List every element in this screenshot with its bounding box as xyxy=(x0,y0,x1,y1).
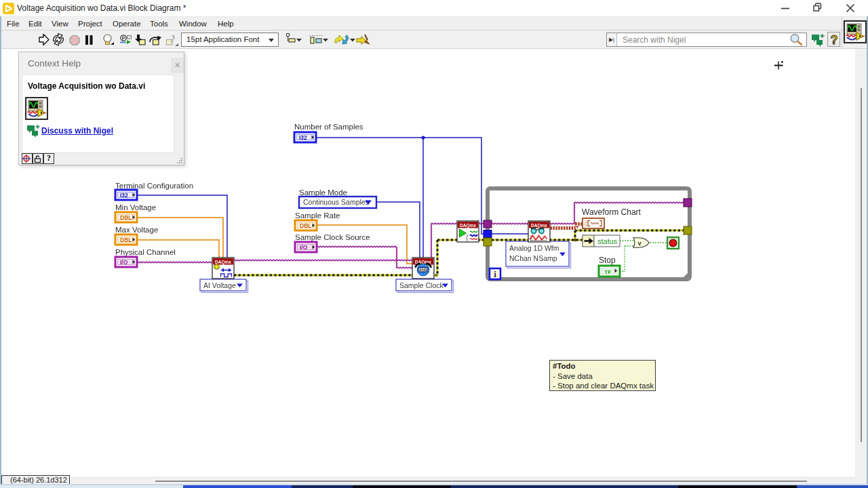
svg-text:DBL: DBL xyxy=(120,214,132,221)
svg-text:DAQmx: DAQmx xyxy=(460,223,476,228)
svg-text:I32: I32 xyxy=(120,192,128,199)
svg-text:DAQmx: DAQmx xyxy=(415,260,431,265)
svg-text:status: status xyxy=(597,237,618,245)
svg-text:DBL: DBL xyxy=(300,222,311,229)
svg-text:Sample Clock: Sample Clock xyxy=(399,281,444,289)
svg-text:Physical Channel: Physical Channel xyxy=(115,248,176,256)
svg-text:NChan NSamp: NChan NSamp xyxy=(509,254,557,262)
svg-text:AI Voltage: AI Voltage xyxy=(203,281,236,289)
svg-text:Number of Samples: Number of Samples xyxy=(294,123,363,131)
svg-text:Sample Rate: Sample Rate xyxy=(295,211,340,220)
svg-text:I/O: I/O xyxy=(120,259,128,266)
svg-text:Waveform Chart: Waveform Chart xyxy=(582,207,642,217)
svg-text:DAQmx: DAQmx xyxy=(531,223,547,228)
svg-text:{: { xyxy=(466,233,469,243)
svg-text:Max Voltage: Max Voltage xyxy=(115,226,158,234)
svg-text:Sample Mode: Sample Mode xyxy=(299,188,347,197)
svg-text:Analog 1D Wfm: Analog 1D Wfm xyxy=(509,244,559,252)
svg-text:DBL: DBL xyxy=(120,237,132,243)
svg-text:i: i xyxy=(494,270,497,279)
svg-text:v: v xyxy=(638,239,642,247)
svg-text:I32: I32 xyxy=(299,134,307,141)
svg-text:Continuous Samples: Continuous Samples xyxy=(303,198,369,206)
svg-text:DAQmx: DAQmx xyxy=(215,260,231,265)
svg-text:Sample Clock Source: Sample Clock Source xyxy=(295,233,370,241)
svg-text:Min Voltage: Min Voltage xyxy=(115,203,156,211)
svg-text:Stop: Stop xyxy=(599,256,616,265)
svg-text:Terminal Configuration: Terminal Configuration xyxy=(115,182,193,190)
svg-text:I/O: I/O xyxy=(300,244,308,251)
svg-text:TF: TF xyxy=(605,269,612,275)
